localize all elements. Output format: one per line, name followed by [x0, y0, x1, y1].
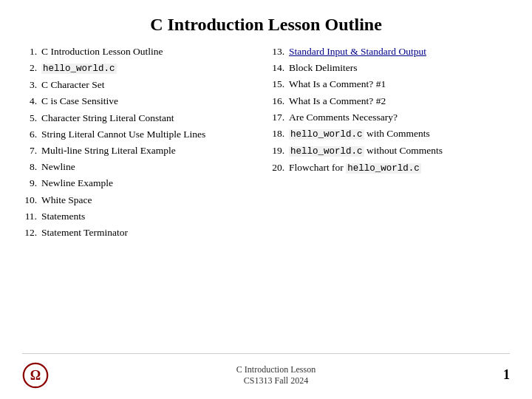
- item-text: hello_world.c with Comments: [289, 127, 510, 141]
- item-text: Statements: [41, 210, 262, 223]
- item-number: 19.: [270, 144, 289, 157]
- item-text: hello_world.c: [41, 61, 262, 75]
- item-number: 8.: [22, 160, 41, 174]
- footer-center: C Introduction Lesson CS1313 Fall 2024: [236, 364, 316, 386]
- item-number: 6.: [22, 128, 41, 141]
- item-number: 16.: [270, 95, 289, 108]
- item-number: 1.: [22, 45, 41, 58]
- left-column: 1.C Introduction Lesson Outline2.hello_w…: [22, 45, 262, 350]
- list-item: 6.String Literal Cannot Use Multiple Lin…: [22, 128, 262, 141]
- item-number: 20.: [270, 161, 289, 174]
- item-text: Block Delimiters: [289, 61, 510, 75]
- right-column: 13.Standard Input & Standard Output14.Bl…: [270, 45, 510, 350]
- item-text: Standard Input & Standard Output: [289, 45, 510, 58]
- list-item: 3.C Character Set: [22, 78, 262, 92]
- item-number: 7.: [22, 144, 41, 157]
- list-item: 7.Multi-line String Literal Example: [22, 144, 262, 157]
- item-number: 3.: [22, 78, 41, 92]
- footer: Ω C Introduction Lesson CS1313 Fall 2024…: [22, 353, 510, 392]
- list-item: 14.Block Delimiters: [270, 61, 510, 75]
- footer-page: 1: [503, 367, 510, 383]
- item-text: String Literal Cannot Use Multiple Lines: [41, 128, 262, 141]
- footer-course: C Introduction Lesson: [236, 364, 316, 375]
- slide-title: C Introduction Lesson Outline: [22, 15, 510, 35]
- item-text: C Character Set: [41, 78, 262, 92]
- item-text: Character String Literal Constant: [41, 112, 262, 125]
- item-number: 2.: [22, 61, 41, 75]
- item-text: hello_world.c without Comments: [289, 144, 510, 158]
- list-item: 18.hello_world.c with Comments: [270, 127, 510, 141]
- slide: C Introduction Lesson Outline 1.C Introd…: [0, 0, 532, 399]
- ou-logo: Ω: [22, 362, 49, 389]
- svg-text:Ω: Ω: [30, 368, 41, 383]
- item-text: White Space: [41, 194, 262, 207]
- list-item: 1.C Introduction Lesson Outline: [22, 45, 262, 58]
- content-area: 1.C Introduction Lesson Outline2.hello_w…: [22, 45, 510, 350]
- item-text: Are Comments Necessary?: [289, 111, 510, 124]
- item-text: What Is a Comment? #1: [289, 78, 510, 91]
- item-number: 10.: [22, 194, 41, 207]
- list-item: 17.Are Comments Necessary?: [270, 111, 510, 124]
- item-number: 5.: [22, 112, 41, 125]
- item-number: 15.: [270, 78, 289, 91]
- item-text: Flowchart for hello_world.c: [289, 161, 510, 175]
- list-item: 9.Newline Example: [22, 177, 262, 190]
- item-text: Multi-line String Literal Example: [41, 144, 262, 157]
- item-text: C is Case Sensitive: [41, 95, 262, 108]
- item-number: 4.: [22, 95, 41, 108]
- right-outline-list: 13.Standard Input & Standard Output14.Bl…: [270, 45, 510, 178]
- list-item: 12.Statement Terminator: [22, 226, 262, 239]
- list-item: 16.What Is a Comment? #2: [270, 95, 510, 108]
- item-number: 11.: [22, 210, 41, 223]
- item-text: Statement Terminator: [41, 226, 262, 239]
- list-item: 8.Newline: [22, 160, 262, 174]
- list-item: 2.hello_world.c: [22, 61, 262, 75]
- item-number: 18.: [270, 127, 289, 140]
- item-number: 13.: [270, 45, 289, 58]
- list-item: 19.hello_world.c without Comments: [270, 144, 510, 158]
- list-item: 4.C is Case Sensitive: [22, 95, 262, 108]
- item-text: C Introduction Lesson Outline: [41, 45, 262, 58]
- item-number: 14.: [270, 61, 289, 75]
- footer-semester: CS1313 Fall 2024: [236, 375, 316, 386]
- item-text: Newline Example: [41, 177, 262, 190]
- list-item: 11.Statements: [22, 210, 262, 223]
- left-outline-list: 1.C Introduction Lesson Outline2.hello_w…: [22, 45, 262, 242]
- item-text: Newline: [41, 160, 262, 174]
- item-number: 12.: [22, 226, 41, 239]
- item-text: What Is a Comment? #2: [289, 95, 510, 108]
- item-number: 9.: [22, 177, 41, 190]
- item-number: 17.: [270, 111, 289, 124]
- list-item: 5.Character String Literal Constant: [22, 112, 262, 125]
- list-item: 15.What Is a Comment? #1: [270, 78, 510, 91]
- list-item: 20.Flowchart for hello_world.c: [270, 161, 510, 175]
- list-item: 13.Standard Input & Standard Output: [270, 45, 510, 58]
- list-item: 10.White Space: [22, 194, 262, 207]
